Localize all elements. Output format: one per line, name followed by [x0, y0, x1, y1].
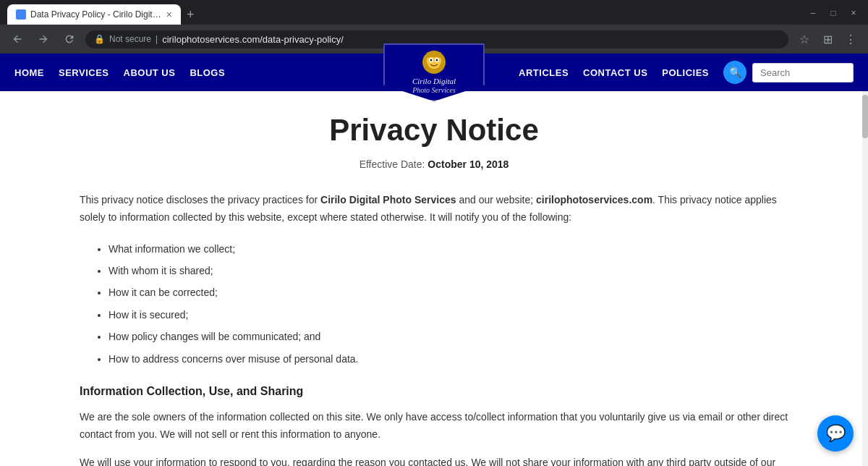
logo-mascot-icon — [421, 49, 447, 75]
nav-contact[interactable]: CONTACT US — [583, 67, 647, 78]
page-content: Privacy Notice Effective Date: October 1… — [36, 91, 832, 466]
minimize-button[interactable]: – — [806, 6, 820, 20]
active-tab[interactable]: Data Privacy Policy - Cirilo Digita... × — [7, 4, 181, 25]
close-button[interactable]: × — [846, 6, 861, 20]
list-item: What information we collect; — [109, 241, 788, 257]
svg-point-4 — [430, 59, 433, 62]
address-text: cirilophotoservices.com/data-privacy-pol… — [162, 34, 344, 45]
menu-button[interactable]: ⋮ — [841, 29, 861, 49]
extensions-button[interactable]: ⊞ — [817, 29, 838, 49]
forward-button[interactable] — [33, 29, 54, 49]
back-button[interactable] — [7, 29, 27, 49]
svg-point-5 — [436, 59, 438, 62]
tab-favicon — [16, 9, 26, 20]
maximize-button[interactable]: □ — [826, 6, 841, 20]
nav-articles[interactable]: ARTICLES — [519, 67, 569, 78]
bullet-list: What information we collect; With whom i… — [109, 241, 788, 367]
security-icon: 🔒 — [94, 34, 105, 44]
company-name: Cirilo Digital Photo Services — [320, 194, 456, 206]
nav-blogs[interactable]: BLOGS — [190, 67, 225, 78]
security-label: Not secure — [109, 34, 151, 44]
section1-p2: We will use your information to respond … — [80, 454, 788, 466]
website-name: cirilophotoservices.com — [536, 194, 652, 206]
reload-button[interactable] — [59, 29, 80, 49]
nav-policies[interactable]: POLICIES — [662, 67, 709, 78]
svg-rect-6 — [428, 53, 440, 57]
nav-left: HOME SERVICES ABOUT US BLOGS — [14, 67, 225, 78]
search-container: 🔍 — [723, 61, 854, 84]
tab-title: Data Privacy Policy - Cirilo Digita... — [30, 9, 162, 20]
search-icon: 🔍 — [729, 67, 741, 78]
section1-title: Information Collection, Use, and Sharing — [80, 385, 788, 398]
chat-icon: 💬 — [826, 424, 846, 443]
nav-right: ARTICLES CONTACT US POLICIES 🔍 — [519, 61, 854, 84]
logo-text-line1: Cirilo Digital — [412, 77, 456, 86]
effective-date: Effective Date: October 10, 2018 — [80, 158, 788, 170]
search-button[interactable]: 🔍 — [723, 61, 746, 84]
nav-services[interactable]: SERVICES — [59, 67, 109, 78]
page-title: Privacy Notice — [80, 113, 788, 148]
intro-mid: and our website; — [456, 194, 537, 206]
scrollbar-thumb[interactable] — [862, 95, 868, 138]
effective-date-value: October 10, 2018 — [427, 158, 509, 170]
list-item: How it is secured; — [109, 307, 788, 323]
list-item: How policy changes will be communicated;… — [109, 329, 788, 344]
intro-paragraph: This privacy notice discloses the privac… — [80, 192, 788, 226]
section1-p1: We are the sole owners of the informatio… — [80, 409, 788, 444]
nav-about[interactable]: ABOUT US — [124, 67, 176, 78]
search-input[interactable] — [752, 63, 854, 82]
nav-home[interactable]: HOME — [14, 67, 44, 78]
site-header: HOME SERVICES ABOUT US BLOGS — [0, 54, 868, 91]
list-item: How to address concerns over misuse of p… — [109, 351, 788, 367]
intro-text-start: This privacy notice discloses the privac… — [80, 194, 320, 206]
chat-button[interactable]: 💬 — [817, 415, 854, 452]
svg-rect-7 — [427, 52, 430, 58]
svg-rect-8 — [438, 52, 441, 58]
new-tab-button[interactable]: + — [187, 7, 195, 22]
bookmark-button[interactable]: ☆ — [794, 29, 814, 49]
list-item: With whom it is shared; — [109, 263, 788, 279]
tab-close-button[interactable]: × — [166, 9, 172, 20]
scrollbar[interactable] — [862, 91, 868, 466]
list-item: How it can be corrected; — [109, 284, 788, 300]
effective-label: Effective Date: — [359, 158, 425, 170]
